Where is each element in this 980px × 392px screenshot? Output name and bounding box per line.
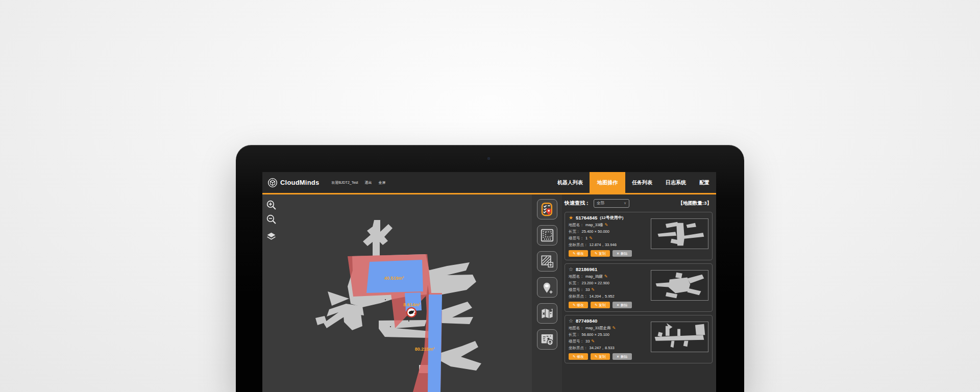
main-content: 40.519m² 8.614m² 80.215m² (262, 194, 716, 392)
copy-icon: ✎ (595, 303, 598, 307)
edit-icon[interactable]: ✎ (589, 236, 593, 240)
tab-config[interactable]: 配置 (693, 172, 716, 193)
delete-icon: ✕ (617, 252, 620, 255)
map-filter-select[interactable]: 全部 ∨ (594, 199, 629, 208)
map-upload-icon (540, 332, 555, 347)
fullscreen-link[interactable]: 全屏 (379, 180, 386, 185)
zoom-out-icon (266, 214, 277, 225)
map-toolbar (532, 194, 562, 392)
map-card: ☆ 87749840 地图名：map_33层走廊✎ 长宽：56.600 × 25… (565, 315, 713, 363)
zone-label: 8.614m² (403, 302, 421, 307)
map-thumbnail-image (651, 219, 708, 249)
welcome-text: 欢迎BJDT2_Test (331, 180, 358, 185)
field-value: 25.400 × 50.000 (582, 229, 609, 234)
copy-button[interactable]: ✎复制 (591, 250, 610, 257)
field-label: 地图名： (569, 223, 584, 227)
map-card: ☆ 82186961 地图名：map_鸡腿✎ 长宽：23.200 × 22.90… (565, 263, 713, 312)
delete-icon: ✕ (617, 303, 620, 307)
field-value: 1 (585, 236, 587, 240)
field-label: 长宽： (569, 229, 580, 234)
add-poi-button[interactable] (537, 277, 557, 298)
map-thumbnail-image (651, 271, 708, 300)
map-in-use-tag: (12号使用中) (600, 215, 623, 220)
field-label: 长宽： (569, 281, 580, 285)
map-thumbnail[interactable] (651, 270, 708, 301)
edit-icon[interactable]: ✎ (591, 339, 595, 344)
map-card: ★ 51764845 (12号使用中) 地图名：map_33楼✎ 长宽：25.4… (565, 212, 713, 260)
modify-button[interactable]: ✎修改 (569, 353, 588, 360)
field-label: 坐标原点： (569, 242, 588, 247)
field-label: 坐标原点： (569, 346, 588, 350)
add-region-icon (540, 254, 555, 269)
map-marker-button[interactable] (537, 303, 557, 324)
map-marker-icon (540, 306, 555, 321)
edit-icon[interactable]: ✎ (591, 287, 595, 292)
tab-log-system[interactable]: 日志系统 (659, 172, 693, 193)
map-count-badge: 【地图数量:3】 (678, 200, 712, 207)
field-label: 楼层号： (569, 236, 584, 240)
user-area: 欢迎BJDT2_Test 退出 全屏 (331, 180, 385, 185)
slam-map: 40.519m² 8.614m² 80.215m² (262, 194, 532, 392)
tab-map-operation[interactable]: 地图操作 (590, 172, 625, 193)
add-region-button[interactable] (537, 251, 557, 272)
map-id: 87749840 (576, 318, 597, 324)
field-label: 楼层号： (569, 339, 584, 344)
edit-icon: ✎ (573, 355, 576, 358)
add-poi-icon (540, 280, 555, 295)
tab-task-list[interactable]: 任务列表 (625, 172, 659, 193)
favorite-star-icon[interactable]: ☆ (569, 267, 573, 272)
field-value: 23.200 × 22.900 (582, 281, 609, 285)
laptop-camera-icon (487, 157, 490, 160)
frame-measure-button[interactable] (537, 225, 557, 246)
zoom-out-button[interactable] (266, 214, 277, 225)
tab-robot-list[interactable]: 机器人列表 (551, 172, 590, 193)
zoom-in-icon (266, 200, 277, 210)
poi-list-icon (540, 202, 555, 217)
delete-button[interactable]: ✕删除 (612, 250, 632, 257)
edit-icon[interactable]: ✎ (604, 274, 608, 279)
map-thumbnail[interactable] (651, 218, 708, 249)
logout-link[interactable]: 退出 (365, 180, 372, 185)
field-label: 坐标原点： (569, 294, 588, 299)
field-value: map_33层走廊 (585, 326, 611, 330)
edit-icon[interactable]: ✎ (605, 223, 608, 227)
zoom-in-button[interactable] (266, 200, 277, 210)
copy-icon: ✎ (595, 252, 598, 255)
map-upload-button[interactable] (537, 329, 557, 350)
modify-button[interactable]: ✎修改 (569, 250, 588, 257)
map-zoom-controls (266, 200, 277, 242)
main-nav: 机器人列表 地图操作 任务列表 日志系统 配置 (551, 172, 716, 193)
brand-logo: CloudMinds (267, 178, 319, 188)
map-canvas[interactable]: 40.519m² 8.614m² 80.215m² (262, 194, 532, 392)
map-thumbnail[interactable] (651, 322, 708, 352)
modify-button[interactable]: ✎修改 (569, 302, 588, 308)
copy-icon: ✎ (595, 355, 598, 358)
selected-filter-value: 全部 (597, 201, 604, 206)
delete-button[interactable]: ✕删除 (612, 302, 632, 308)
delete-button[interactable]: ✕删除 (612, 353, 632, 360)
app-screen: CloudMinds 欢迎BJDT2_Test 退出 全屏 机器人列表 地图操作… (262, 172, 716, 392)
field-value: 56.600 × 25.100 (582, 332, 609, 337)
map-id: 82186961 (576, 266, 597, 272)
favorite-star-icon[interactable]: ★ (569, 215, 573, 220)
cloudminds-cube-icon (267, 178, 278, 188)
poi-list-button[interactable] (537, 199, 557, 219)
field-value: 33 (585, 287, 590, 292)
layers-icon (266, 231, 277, 242)
copy-button[interactable]: ✎复制 (591, 302, 610, 308)
favorite-star-icon[interactable]: ☆ (569, 318, 573, 324)
laptop-mockup: CloudMinds 欢迎BJDT2_Test 退出 全屏 机器人列表 地图操作… (236, 145, 744, 392)
map-thumbnail-image (651, 322, 708, 352)
brand-name: CloudMinds (280, 179, 319, 186)
field-value: 33 (585, 339, 590, 344)
copy-button[interactable]: ✎复制 (591, 353, 610, 360)
map-id: 51764845 (576, 215, 597, 220)
delete-icon: ✕ (617, 355, 620, 358)
layers-button[interactable] (266, 231, 277, 242)
field-value: map_鸡腿 (585, 274, 603, 279)
robot-position-marker[interactable] (407, 308, 416, 317)
map-list-panel: 快速查找： 全部 ∨ 【地图数量:3】 ★ 51764845 (12号使用中) (562, 194, 716, 392)
app-header: CloudMinds 欢迎BJDT2_Test 退出 全屏 机器人列表 地图操作… (262, 172, 716, 194)
edit-icon[interactable]: ✎ (612, 326, 616, 330)
frame-measure-icon (540, 228, 555, 243)
